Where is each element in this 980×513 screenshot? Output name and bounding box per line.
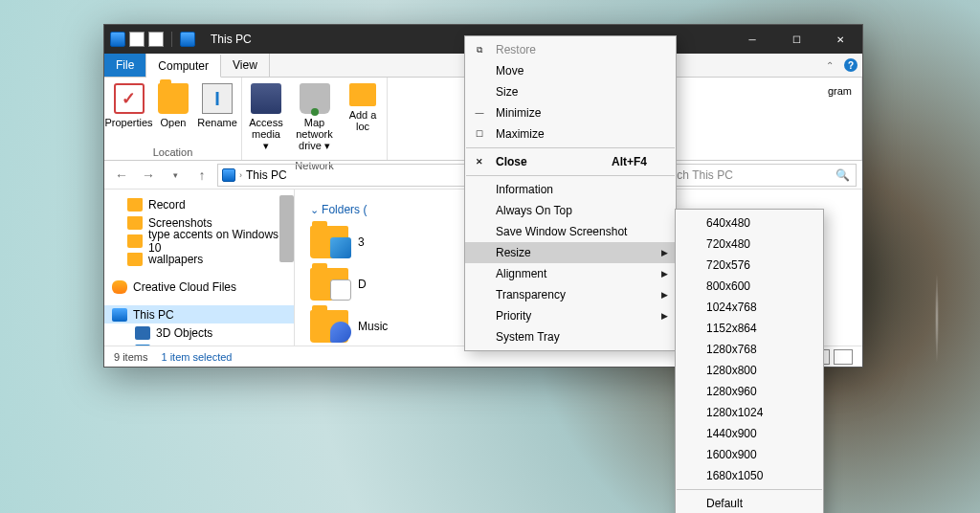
tree-item[interactable]: Record <box>104 195 294 213</box>
pc-icon <box>222 168 235 182</box>
minimize-icon: — <box>473 108 486 118</box>
resize-option[interactable]: 1440x900 <box>676 423 823 444</box>
minimize-icon: ─ <box>748 34 755 45</box>
accelerator: Alt+F4 <box>583 155 647 168</box>
menu-information[interactable]: Information <box>465 179 676 200</box>
menu-move[interactable]: Move <box>465 60 676 81</box>
menu-minimize[interactable]: —Minimize <box>465 102 676 123</box>
menu-size[interactable]: Size <box>465 81 676 102</box>
maximize-button[interactable]: ☐ <box>774 25 818 54</box>
resize-option[interactable]: 720x576 <box>676 255 823 276</box>
doc-icon-2 <box>148 32 164 47</box>
breadcrumb: This PC <box>246 168 287 182</box>
divider <box>171 32 172 47</box>
submenu-arrow-icon: ▶ <box>661 269 668 279</box>
folder-icon <box>127 253 143 266</box>
restore-icon: ⧉ <box>473 45 486 56</box>
rename-icon <box>202 83 233 114</box>
menu-system-tray[interactable]: System Tray <box>465 326 676 347</box>
menu-resize[interactable]: Resize▶ <box>465 242 676 263</box>
tree-item-this-pc[interactable]: This PC <box>104 305 294 323</box>
properties-icon <box>114 83 145 114</box>
overlay-cube-icon <box>330 237 351 258</box>
folder-icon <box>310 268 348 301</box>
open-icon <box>158 83 189 114</box>
overlay-music-icon <box>330 322 351 343</box>
help-button[interactable]: ? <box>839 54 862 77</box>
minimize-button[interactable]: ─ <box>730 25 774 54</box>
submenu-arrow-icon: ▶ <box>661 311 668 321</box>
menu-close[interactable]: ✕CloseAlt+F4 <box>465 151 676 172</box>
media-icon <box>251 83 281 114</box>
nav-recent-button[interactable]: ▾ <box>164 164 187 187</box>
menu-priority[interactable]: Priority▶ <box>465 305 676 326</box>
folder-icon <box>310 310 348 343</box>
separator <box>677 489 822 490</box>
resize-option[interactable]: 1280x960 <box>676 381 823 402</box>
resize-option[interactable]: 1600x900 <box>676 444 823 465</box>
maximize-icon: ☐ <box>473 129 486 139</box>
resize-option[interactable]: 1280x800 <box>676 360 823 381</box>
program-label-fragment: gram <box>828 85 852 97</box>
nav-forward-button[interactable]: → <box>137 164 160 187</box>
folder-item[interactable]: Music <box>310 310 388 343</box>
resize-option[interactable]: 1280x768 <box>676 339 823 360</box>
help-icon: ? <box>844 58 858 72</box>
nav-tree[interactable]: Record Screenshots type accents on Windo… <box>104 190 295 346</box>
tab-computer[interactable]: Computer <box>146 55 221 78</box>
pc-icon <box>110 32 125 47</box>
resize-submenu: 640x480 720x480 720x576 800x600 1024x768… <box>675 209 824 513</box>
nav-back-button[interactable]: ← <box>110 164 133 187</box>
resize-option[interactable]: 1280x1024 <box>676 402 823 423</box>
tree-item[interactable]: Desktop <box>104 342 294 346</box>
window-pc-icon <box>180 32 195 47</box>
resize-option[interactable]: 1680x1050 <box>676 465 823 486</box>
window-title: This PC <box>211 33 252 46</box>
titlebar-left: This PC <box>104 32 252 47</box>
resize-option[interactable]: 1024x768 <box>676 297 823 318</box>
view-icons-button[interactable] <box>834 349 853 365</box>
menu-alignment[interactable]: Alignment▶ <box>465 263 676 284</box>
maximize-icon: ☐ <box>792 34 801 45</box>
resize-option[interactable]: 1152x864 <box>676 318 823 339</box>
ribbon-group-network: Access media ▾ Map network drive ▾ Add a… <box>242 78 388 160</box>
menu-maximize[interactable]: ☐Maximize <box>465 123 676 145</box>
tree-item[interactable]: 3D Objects <box>104 323 294 342</box>
netdrive-icon <box>300 83 330 114</box>
resize-option[interactable]: 720x480 <box>676 234 823 255</box>
tab-file[interactable]: File <box>104 54 146 77</box>
collapse-ribbon-button[interactable]: ⌃ <box>820 54 839 77</box>
close-icon: ✕ <box>836 34 844 45</box>
folder-item[interactable]: 3 <box>310 226 365 258</box>
folder-item[interactable]: D <box>310 268 367 301</box>
tree-item-cloud[interactable]: Creative Cloud Files <box>104 278 294 296</box>
cloud-icon <box>112 280 127 294</box>
search-input[interactable]: Search This PC 🔍 <box>646 164 857 187</box>
close-icon: ✕ <box>473 157 486 167</box>
submenu-arrow-icon: ▶ <box>661 248 668 257</box>
access-media-button[interactable]: Access media ▾ <box>244 81 288 154</box>
nav-up-button[interactable]: ↑ <box>190 164 213 187</box>
resize-option[interactable]: 800x600 <box>676 276 823 297</box>
menu-always-on-top[interactable]: Always On Top <box>465 200 676 221</box>
resize-option[interactable]: 640x480 <box>676 212 823 234</box>
tab-view[interactable]: View <box>221 54 270 77</box>
status-item-count: 9 items <box>114 351 147 363</box>
addloc-icon <box>349 83 376 106</box>
doc-icon <box>129 32 145 47</box>
rename-button[interactable]: Rename <box>195 81 239 130</box>
tree-item[interactable]: type accents on Windows 10 <box>104 232 294 250</box>
menu-transparency[interactable]: Transparency▶ <box>465 284 676 305</box>
overlay-doc-icon <box>330 279 351 301</box>
resize-default[interactable]: Default <box>676 493 823 513</box>
properties-button[interactable]: Properties <box>106 81 151 130</box>
menu-restore[interactable]: ⧉Restore <box>465 39 676 60</box>
open-button[interactable]: Open <box>151 81 195 130</box>
search-icon: 🔍 <box>835 168 850 182</box>
separator <box>466 147 675 148</box>
map-drive-button[interactable]: Map network drive ▾ <box>288 81 341 154</box>
scrollbar-thumb[interactable] <box>279 195 294 262</box>
menu-save-screenshot[interactable]: Save Window Screenshot <box>465 221 676 242</box>
close-button[interactable]: ✕ <box>818 25 862 54</box>
add-location-button[interactable]: Add aloc <box>341 81 385 134</box>
